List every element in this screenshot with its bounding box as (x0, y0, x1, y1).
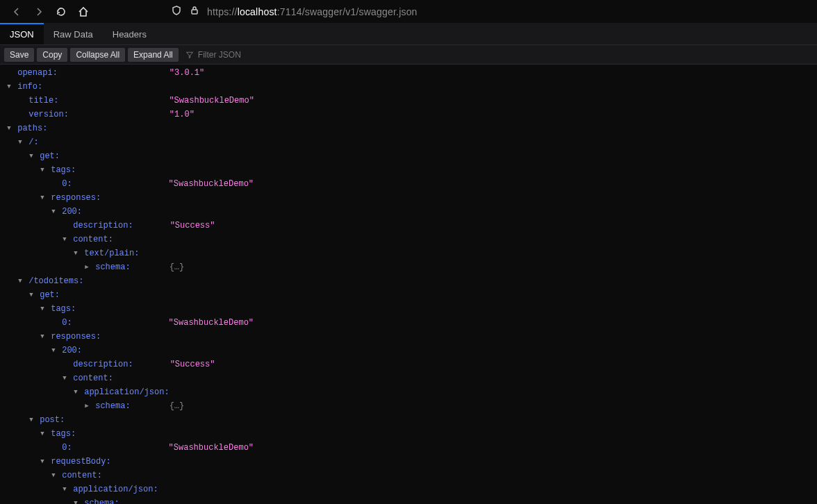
chevron-down-icon[interactable]: ▼ (61, 233, 68, 246)
chevron-down-icon[interactable]: ▼ (50, 469, 57, 482)
json-row[interactable]: ▼ responses: (0, 191, 817, 205)
chevron-down-icon[interactable]: ▼ (6, 80, 13, 94)
json-row[interactable]: 0:"SwashbuckleDemo" (0, 316, 817, 330)
svg-rect-0 (192, 10, 197, 14)
json-row[interactable]: ▼ post: (0, 413, 817, 427)
json-row[interactable]: ▼ 200: (0, 205, 817, 219)
colon: : (79, 274, 83, 288)
chevron-down-icon[interactable]: ▼ (50, 344, 57, 358)
expand-all-button[interactable]: Expand All (128, 48, 179, 62)
json-row[interactable]: openapi:"3.0.1" (0, 66, 817, 80)
json-row[interactable]: ▼ content: (0, 233, 817, 246)
chevron-down-icon[interactable]: ▼ (28, 413, 35, 427)
url-scheme: https:// (207, 6, 238, 17)
chevron-down-icon[interactable]: ▼ (17, 135, 24, 149)
json-key: content (73, 233, 108, 246)
colon: : (53, 94, 58, 108)
chevron-right-icon[interactable]: ▶ (83, 399, 90, 413)
json-row[interactable]: ▼ info: (0, 80, 817, 94)
json-key: paths (17, 121, 42, 135)
json-row[interactable]: ▼ get: (0, 149, 817, 163)
colon: : (60, 413, 65, 427)
json-row[interactable]: ▼ responses: (0, 330, 817, 344)
json-row[interactable]: version:"1.0" (0, 108, 817, 121)
copy-button[interactable]: Copy (37, 48, 67, 62)
json-row[interactable]: ▼ content: (0, 469, 817, 482)
chevron-down-icon[interactable]: ▼ (39, 302, 46, 316)
json-row[interactable]: 0:"SwashbuckleDemo" (0, 177, 817, 191)
json-row[interactable]: ▶ schema:{…} (0, 260, 817, 274)
chevron-down-icon[interactable]: ▼ (39, 427, 46, 441)
chevron-down-icon[interactable]: ▼ (61, 371, 68, 385)
json-row[interactable]: ▼ application/json: (0, 385, 817, 399)
json-row[interactable]: ▼ paths: (0, 121, 817, 135)
json-row[interactable]: ▼ requestBody: (0, 455, 817, 469)
json-row[interactable]: ▼ tags: (0, 427, 817, 441)
json-key: 0 (62, 441, 67, 455)
json-key: responses (51, 191, 96, 205)
json-key: schema (95, 260, 125, 274)
json-row[interactable]: ▼ application/json: (0, 482, 817, 496)
colon: : (67, 177, 72, 191)
chevron-down-icon[interactable]: ▼ (39, 163, 46, 177)
reload-button[interactable] (50, 2, 72, 22)
back-button[interactable] (6, 2, 28, 22)
colon: : (77, 344, 82, 358)
chevron-down-icon[interactable]: ▼ (61, 482, 68, 496)
json-value: "SwashbuckleDemo" (169, 316, 254, 330)
tab-headers[interactable]: Headers (103, 23, 156, 44)
json-row[interactable]: ▼ tags: (0, 163, 817, 177)
chevron-down-icon[interactable]: ▼ (50, 205, 57, 219)
forward-button[interactable] (28, 2, 50, 22)
json-key: /todoitems (28, 274, 79, 288)
json-key: description (73, 358, 128, 371)
chevron-down-icon[interactable]: ▼ (72, 246, 79, 260)
json-row[interactable]: 0:"SwashbuckleDemo" (0, 441, 817, 455)
lock-icon (189, 5, 200, 18)
collapse-all-button[interactable]: Collapse All (70, 48, 125, 62)
colon: : (77, 205, 82, 219)
colon: : (108, 371, 113, 385)
json-row[interactable]: ▼ 200: (0, 344, 817, 358)
json-key: post (40, 413, 60, 427)
save-button[interactable]: Save (4, 48, 34, 62)
tab-json[interactable]: JSON (0, 23, 44, 44)
json-row[interactable]: ▼ tags: (0, 302, 817, 316)
chevron-down-icon[interactable]: ▼ (72, 385, 79, 399)
chevron-down-icon[interactable]: ▼ (28, 149, 35, 163)
chevron-right-icon[interactable]: ▶ (83, 260, 90, 274)
json-row[interactable]: ▼ /todoitems: (0, 274, 817, 288)
json-key: content (62, 469, 97, 482)
filter-input[interactable] (198, 50, 309, 60)
viewer-tabs: JSON Raw Data Headers (0, 23, 817, 45)
json-key: text/plain (84, 246, 134, 260)
json-row[interactable]: ▼ content: (0, 371, 817, 385)
chevron-down-icon[interactable]: ▼ (39, 455, 46, 469)
json-row[interactable]: ▼ get: (0, 288, 817, 302)
chevron-down-icon[interactable]: ▼ (28, 288, 35, 302)
json-row[interactable]: ▼ schema: (0, 496, 817, 504)
chevron-down-icon[interactable]: ▼ (17, 274, 24, 288)
colon: : (96, 330, 101, 344)
chevron-down-icon[interactable]: ▼ (72, 496, 79, 504)
json-tree[interactable]: openapi:"3.0.1"▼ info: title:"Swashbuckl… (0, 65, 817, 504)
chevron-down-icon[interactable]: ▼ (6, 121, 13, 135)
url-text: https://localhost:7114/swagger/v1/swagge… (207, 6, 418, 17)
json-key: openapi (17, 66, 52, 80)
json-row[interactable]: description:"Success" (0, 358, 817, 371)
json-key: 0 (62, 177, 67, 191)
json-row[interactable]: title:"SwashbuckleDemo" (0, 94, 817, 108)
url-bar[interactable]: https://localhost:7114/swagger/v1/swagge… (171, 2, 811, 22)
filter-icon (185, 51, 194, 59)
json-key: application/json (84, 385, 164, 399)
json-row[interactable]: description:"Success" (0, 219, 817, 233)
json-row[interactable]: ▼ text/plain: (0, 246, 817, 260)
json-row[interactable]: ▼ /: (0, 135, 817, 149)
chevron-down-icon[interactable]: ▼ (39, 191, 46, 205)
url-path: :7114/swagger/v1/swagger.json (277, 6, 418, 17)
json-row[interactable]: ▶ schema:{…} (0, 399, 817, 413)
tab-raw-data[interactable]: Raw Data (44, 23, 103, 44)
colon: : (96, 191, 101, 205)
home-button[interactable] (72, 2, 94, 22)
chevron-down-icon[interactable]: ▼ (39, 330, 46, 344)
